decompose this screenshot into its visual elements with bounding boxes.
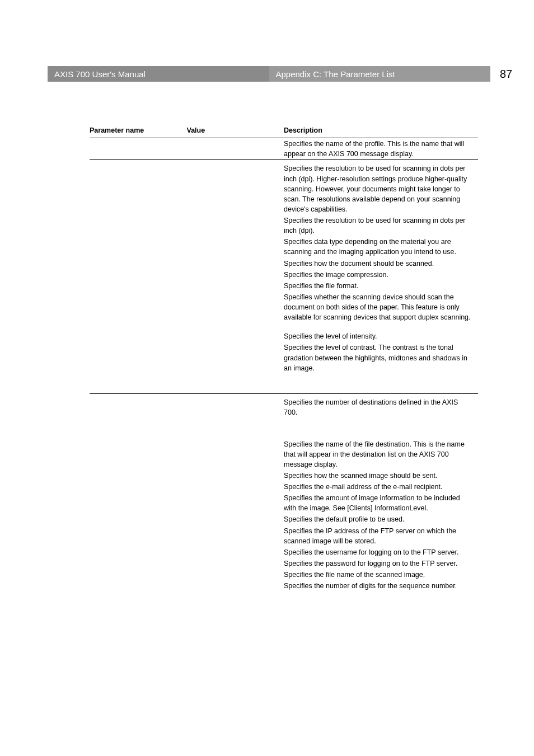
cell-parameter bbox=[90, 160, 187, 215]
cell-description: Specifies the username for logging on to… bbox=[284, 547, 478, 558]
table-row bbox=[90, 323, 478, 331]
table-row: Specifies the IP address of the FTP serv… bbox=[90, 525, 478, 547]
cell-description: Specifies the resolution to be used for … bbox=[284, 160, 478, 215]
table-row: Specifies how the scanned image should b… bbox=[90, 470, 478, 481]
page-number: 87 bbox=[490, 66, 522, 82]
cell-description: Specifies how the document should be sca… bbox=[284, 258, 478, 269]
appendix-title: Appendix C: The Parameter List bbox=[269, 66, 491, 82]
cell-description: Specifies the image compression. bbox=[284, 269, 478, 280]
cell-value bbox=[187, 331, 284, 342]
cell-parameter bbox=[90, 342, 187, 373]
col-header-description: Description bbox=[284, 123, 478, 138]
header-bar: AXIS 700 User's Manual Appendix C: The P… bbox=[48, 66, 522, 82]
cell-parameter bbox=[90, 470, 187, 481]
table-row: Specifies data type depending on the mat… bbox=[90, 236, 478, 257]
table-row: Specifies the file format. bbox=[90, 280, 478, 292]
manual-title: AXIS 700 User's Manual bbox=[48, 66, 269, 82]
table-row: Specifies the name of the file destinati… bbox=[90, 439, 478, 470]
table-body: Specifies the name of the profile. This … bbox=[90, 138, 478, 592]
table-row: Specifies the level of contrast. The con… bbox=[90, 342, 478, 373]
table-row: Specifies the level of intensity. bbox=[90, 331, 478, 342]
table-row: Specifies the resolution to be used for … bbox=[90, 215, 478, 236]
cell-description: Specifies the name of the profile. This … bbox=[284, 138, 478, 160]
cell-description: Specifies the e-mail address of the e-ma… bbox=[284, 481, 478, 492]
cell-value bbox=[187, 547, 284, 558]
cell-parameter bbox=[90, 215, 187, 236]
cell-value bbox=[187, 569, 284, 580]
table-row: Specifies the e-mail address of the e-ma… bbox=[90, 481, 478, 492]
cell-description: Specifies the name of the file destinati… bbox=[284, 439, 478, 470]
cell-parameter bbox=[90, 580, 187, 591]
table-row: Specifies the image compression. bbox=[90, 269, 478, 280]
cell-value bbox=[187, 580, 284, 591]
cell-description: Specifies the level of contrast. The con… bbox=[284, 342, 478, 373]
cell-description: Specifies the resolution to be used for … bbox=[284, 215, 478, 236]
cell-parameter bbox=[90, 558, 187, 569]
cell-value bbox=[187, 160, 284, 215]
parameter-table: Parameter name Value Description Specifi… bbox=[90, 123, 478, 591]
cell-value bbox=[187, 258, 284, 269]
cell-parameter bbox=[90, 514, 187, 525]
cell-value bbox=[187, 269, 284, 280]
cell-parameter bbox=[90, 569, 187, 580]
table-row: Specifies the number of destinations def… bbox=[90, 394, 478, 419]
cell-value bbox=[187, 342, 284, 373]
cell-value bbox=[187, 292, 284, 323]
cell-parameter bbox=[90, 547, 187, 558]
table-header-row: Parameter name Value Description bbox=[90, 123, 478, 138]
cell-parameter bbox=[90, 258, 187, 269]
cell-parameter bbox=[90, 292, 187, 323]
cell-value bbox=[187, 525, 284, 547]
cell-parameter bbox=[90, 280, 187, 292]
table-row: Specifies the resolution to be used for … bbox=[90, 160, 478, 215]
cell-value bbox=[187, 236, 284, 257]
table-row bbox=[90, 419, 478, 439]
table-row: Specifies the name of the profile. This … bbox=[90, 138, 478, 160]
cell-description: Specifies the file format. bbox=[284, 280, 478, 292]
cell-description: Specifies the default profile to be used… bbox=[284, 514, 478, 525]
cell-description: Specifies how the scanned image should b… bbox=[284, 470, 478, 481]
table-row: Specifies the file name of the scanned i… bbox=[90, 569, 478, 580]
table-row: Specifies the username for logging on to… bbox=[90, 547, 478, 558]
cell-description: Specifies the number of destinations def… bbox=[284, 394, 478, 419]
cell-value bbox=[187, 514, 284, 525]
cell-value bbox=[187, 470, 284, 481]
spacer-cell bbox=[90, 374, 478, 394]
col-header-parameter: Parameter name bbox=[90, 123, 187, 138]
cell-parameter bbox=[90, 394, 187, 419]
cell-parameter bbox=[90, 236, 187, 257]
cell-description: Specifies the IP address of the FTP serv… bbox=[284, 525, 478, 547]
cell-value bbox=[187, 481, 284, 492]
cell-description: Specifies whether the scanning device sh… bbox=[284, 292, 478, 323]
col-header-value: Value bbox=[187, 123, 284, 138]
cell-description: Specifies the file name of the scanned i… bbox=[284, 569, 478, 580]
cell-value bbox=[187, 215, 284, 236]
cell-parameter bbox=[90, 481, 187, 492]
table-row: Specifies how the document should be sca… bbox=[90, 258, 478, 269]
content-area: Parameter name Value Description Specifi… bbox=[90, 123, 478, 591]
cell-parameter bbox=[90, 269, 187, 280]
table-row: Specifies whether the scanning device sh… bbox=[90, 292, 478, 323]
cell-value bbox=[187, 558, 284, 569]
cell-parameter bbox=[90, 439, 187, 470]
spacer-cell bbox=[90, 419, 478, 439]
table-row: Specifies the password for logging on to… bbox=[90, 558, 478, 569]
table-row bbox=[90, 374, 478, 394]
cell-value bbox=[187, 439, 284, 470]
cell-description: Specifies the password for logging on to… bbox=[284, 558, 478, 569]
cell-value bbox=[187, 492, 284, 514]
table-row: Specifies the number of digits for the s… bbox=[90, 580, 478, 591]
cell-value bbox=[187, 394, 284, 419]
cell-value bbox=[187, 280, 284, 292]
cell-parameter bbox=[90, 138, 187, 160]
table-row: Specifies the default profile to be used… bbox=[90, 514, 478, 525]
cell-description: Specifies data type depending on the mat… bbox=[284, 236, 478, 257]
cell-parameter bbox=[90, 492, 187, 514]
table-row: Specifies the amount of image informatio… bbox=[90, 492, 478, 514]
cell-parameter bbox=[90, 525, 187, 547]
cell-description: Specifies the level of intensity. bbox=[284, 331, 478, 342]
spacer-cell bbox=[90, 323, 478, 331]
cell-description: Specifies the number of digits for the s… bbox=[284, 580, 478, 591]
cell-parameter bbox=[90, 331, 187, 342]
cell-description: Specifies the amount of image informatio… bbox=[284, 492, 478, 514]
